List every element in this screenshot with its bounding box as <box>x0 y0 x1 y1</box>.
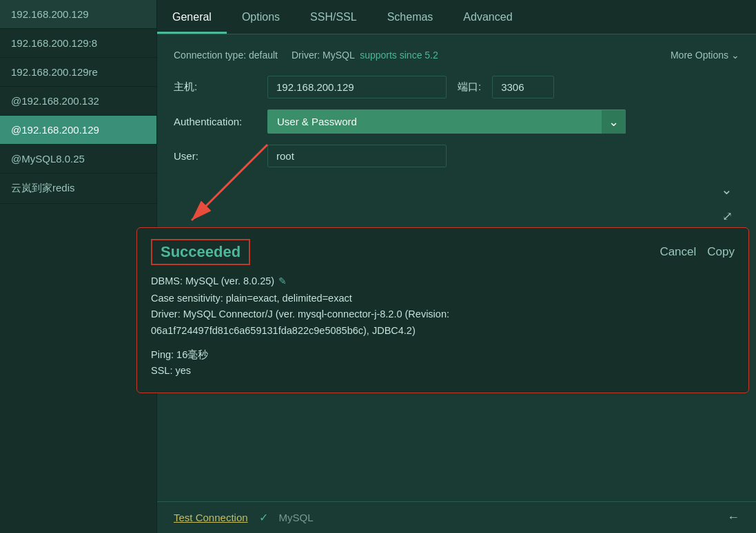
popup-box: Succeeded Cancel Copy DBMS: MySQL (ver. … <box>136 227 749 393</box>
test-result-popup: Succeeded Cancel Copy DBMS: MySQL (ver. … <box>136 227 749 393</box>
sidebar-item-item-4[interactable]: @192.168.200.132 <box>0 87 156 116</box>
sidebar: 192.168.200.129192.168.200.129:8192.168.… <box>0 0 157 533</box>
tab-sshssl[interactable]: SSH/SSL <box>295 3 372 34</box>
main-panel: GeneralOptionsSSH/SSLSchemasAdvanced Con… <box>157 0 756 533</box>
driver-line-1: Driver: MySQL Connector/J (ver. mysql-co… <box>151 306 735 322</box>
expand-icon[interactable]: ⤢ <box>722 209 733 224</box>
dbms-line: DBMS: MySQL (ver. 8.0.25) ✎ <box>151 273 735 289</box>
auth-label: Authentication: <box>174 116 256 127</box>
host-port-row: 主机: 端口: <box>174 76 739 98</box>
cancel-button[interactable]: Cancel <box>660 245 696 259</box>
mysql-label: MySQL <box>279 512 314 523</box>
auth-dropdown-chevron-icon: ⌄ <box>602 110 626 134</box>
case-sensitivity-line: Case sensitivity: plain=exact, delimited… <box>151 291 735 306</box>
popup-header: Succeeded Cancel Copy <box>151 239 735 265</box>
tab-options[interactable]: Options <box>227 3 295 34</box>
connection-type-bar: Connection type: default Driver: MySQL s… <box>174 45 739 65</box>
auth-dropdown[interactable]: User & Password ⌄ <box>267 109 626 134</box>
test-connection-button[interactable]: Test Connection <box>174 512 248 523</box>
host-label: 主机: <box>174 81 256 94</box>
user-label: User: <box>174 150 256 162</box>
popup-content: DBMS: MySQL (ver. 8.0.25) ✎ Case sensiti… <box>151 273 735 379</box>
tab-schemas[interactable]: Schemas <box>372 3 449 34</box>
edit-icon[interactable]: ✎ <box>278 273 287 289</box>
host-input[interactable] <box>267 76 447 98</box>
sidebar-item-item-5[interactable]: @192.168.200.129 <box>0 116 156 145</box>
password-dropdown-chevron-icon[interactable]: ⌄ <box>721 181 733 198</box>
bottom-bar: Test Connection ✓ MySQL ← <box>157 501 756 533</box>
auth-row: Authentication: User & Password ⌄ <box>174 109 739 134</box>
user-input[interactable] <box>267 145 447 167</box>
sidebar-item-item-1[interactable]: 192.168.200.129 <box>0 0 156 29</box>
check-icon: ✓ <box>259 511 268 524</box>
tabs-bar: GeneralOptionsSSH/SSLSchemasAdvanced <box>157 0 756 34</box>
copy-button[interactable]: Copy <box>707 245 735 259</box>
sidebar-item-item-2[interactable]: 192.168.200.129:8 <box>0 29 156 58</box>
password-row-area: ⌄ <box>174 178 739 198</box>
driver-line-2: 06a1f724497fd81c6a659131fda822c9e5085b6c… <box>151 323 735 339</box>
ping-line: Ping: 16毫秒 <box>151 347 735 363</box>
sidebar-item-item-7[interactable]: 云岚到家redis <box>0 174 156 204</box>
more-options-button[interactable]: More Options ⌄ <box>671 50 739 61</box>
ping-section: Ping: 16毫秒 SSL: yes <box>151 347 735 379</box>
tab-general[interactable]: General <box>157 3 227 34</box>
driver-label: Driver: MySQL supports since 5.2 <box>292 50 438 61</box>
popup-actions: Cancel Copy <box>660 245 735 259</box>
connection-type-label: Connection type: default <box>174 50 278 61</box>
more-options-chevron-icon: ⌄ <box>731 50 739 61</box>
port-label: 端口: <box>458 81 481 94</box>
user-row: User: <box>174 145 739 167</box>
ssl-line: SSL: yes <box>151 363 735 379</box>
sidebar-item-item-6[interactable]: @MySQL8.0.25 <box>0 145 156 174</box>
tab-advanced[interactable]: Advanced <box>448 3 527 34</box>
auth-dropdown-value: User & Password <box>277 116 357 127</box>
sidebar-item-item-3[interactable]: 192.168.200.129re <box>0 58 156 87</box>
driver-highlight: supports since 5.2 <box>360 50 438 61</box>
port-input[interactable] <box>492 76 554 98</box>
content-area: Connection type: default Driver: MySQL s… <box>157 34 756 501</box>
back-icon[interactable]: ← <box>727 510 739 525</box>
succeeded-label: Succeeded <box>151 239 250 265</box>
